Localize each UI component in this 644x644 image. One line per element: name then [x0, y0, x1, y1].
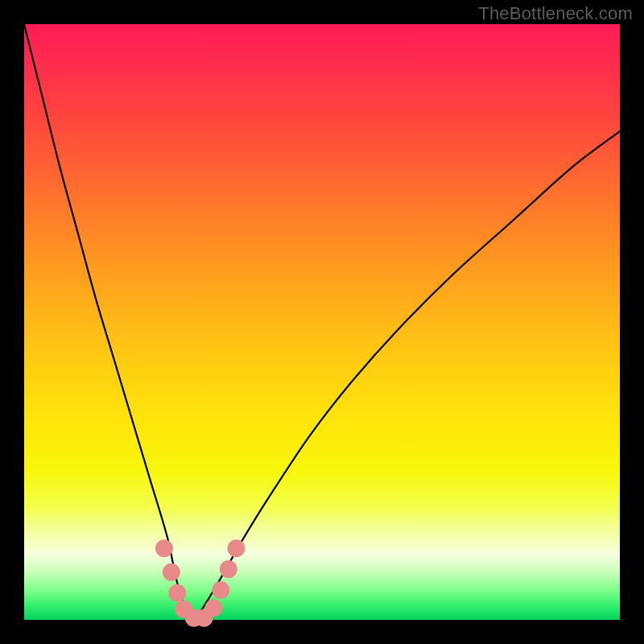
curve-marker [212, 581, 229, 599]
curve-marker [168, 584, 186, 602]
bottleneck-curve [24, 24, 620, 620]
watermark-text: TheBottleneck.com [478, 3, 633, 24]
curve-marker [204, 599, 222, 617]
curve-marker [227, 539, 245, 557]
curve-marker [155, 539, 173, 557]
curve-layer [24, 24, 620, 620]
plot-area [24, 24, 620, 620]
curve-marker [163, 564, 180, 581]
chart-frame: TheBottleneck.com [0, 0, 644, 644]
marker-group [155, 539, 246, 627]
curve-marker [220, 560, 237, 578]
